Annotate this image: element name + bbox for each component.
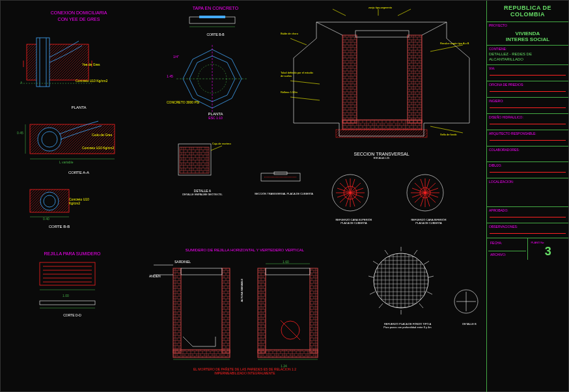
svg-rect-82 (173, 350, 230, 357)
label-detalle-b: DETALLE B (450, 322, 489, 326)
dim-045: 0.45 (17, 131, 23, 135)
detalle-b-drawing (450, 287, 486, 320)
svg-rect-83 (181, 268, 222, 275)
svg-rect-37 (408, 35, 422, 123)
label-concreto-psi: CONCRETO 3000 PSI (167, 100, 199, 104)
label-ref-sup-sub: PLACA DE CUBIERTA (323, 221, 385, 225)
tb-loc-label: LOCALIZACION: (487, 178, 568, 184)
svg-line-99 (428, 276, 434, 277)
svg-rect-23 (199, 16, 225, 18)
dim-lvar: L variable (59, 160, 74, 164)
svg-line-98 (424, 261, 429, 264)
drawing-sheet: CONEXION DOMICILIARIA CON YEE DE GRES Ye… (0, 0, 569, 392)
svg-line-105 (370, 292, 375, 294)
tb-arq-line (490, 140, 566, 141)
detail-conexion-domiciliaria: CONEXION DOMICILIARIA CON YEE DE GRES Ye… (14, 10, 144, 109)
tb-republic-1: REPUBLICA DE (488, 5, 567, 11)
refuerzo-fondo-drawing (362, 245, 447, 320)
tb-dibujo-line (490, 172, 566, 173)
label-talud: Talud definido por el estudio de suelos (281, 71, 313, 77)
rejilla-drawing (23, 256, 115, 295)
svg-point-95 (374, 253, 428, 308)
tb-obs-label: OBSERVACIONES: (487, 223, 568, 229)
tb-plano-label: PLANO No: (529, 240, 568, 245)
tb-ingiero-label: INGIERO: (487, 98, 568, 104)
tb-project: VIVIENDA INTERES SOCIAL (487, 28, 568, 45)
conexion-planta-drawing (14, 25, 131, 109)
label-corte-aa: CORTE A-A (14, 171, 144, 175)
sumidero-drawing (144, 252, 339, 363)
label-tapa-corte: CORTE B-B (163, 33, 268, 36)
svg-rect-86 (258, 350, 318, 357)
svg-rect-7 (36, 38, 49, 87)
seccion-trans-drawing (281, 6, 482, 152)
label-balde: Balde de choro (281, 32, 310, 35)
title-rejilla: REJILLA PARA SUMIDERO (23, 251, 121, 256)
rejilla-corte-drawing (23, 298, 115, 311)
dim-124: 1.24 (281, 364, 287, 368)
svg-line-32 (211, 146, 222, 150)
svg-line-102 (385, 250, 388, 255)
label-concreto: Concreto U10 Kg/cm2 (76, 79, 107, 83)
tb-ingiero-line (490, 107, 566, 108)
dim-160: 1.60 (283, 260, 289, 264)
titleblock: REPUBLICA DE COLOMBIA PROYECTO VIVIENDA … (486, 1, 568, 392)
detail-refuerzo-sup: REFUERZO CARA SUPERIOR PLACA DE CUBIERTA (323, 170, 385, 225)
svg-line-100 (427, 292, 432, 294)
svg-line-106 (379, 303, 383, 308)
svg-rect-81 (222, 268, 230, 353)
label-anden: ANDEN (149, 274, 161, 278)
svg-rect-30 (180, 147, 209, 173)
svg-rect-38 (342, 120, 422, 130)
svg-rect-78 (40, 301, 95, 305)
svg-line-104 (368, 276, 374, 277)
label-sardinel: SARDINEL (174, 260, 191, 264)
label-rejilla-corte: CORTE D-D (23, 313, 121, 317)
tb-plano-num: 3 (529, 245, 568, 259)
tb-archivo-label: ARCHIVO: (488, 251, 526, 257)
svg-point-14 (38, 128, 61, 151)
dim-bb: 0.40 (43, 217, 49, 221)
tb-diseno-label: DISEÑO HIDRAULICO: (487, 114, 568, 120)
tb-fecha-label: FECHA: (488, 240, 526, 245)
tb-contiene-label: CONTIENE: (487, 46, 568, 51)
detail-seccion-placa: SECCION TRANSVERSAL PLACA DE CUBIERTA (251, 167, 316, 195)
label-zanja: zanja tipo-segmento (368, 6, 392, 9)
detail-corte-aa: Codo de Gres Concreto U10 Kg/cm2 0.45 L … (14, 115, 144, 175)
tb-oficina-label: OFICINA DE PREDIOS: (487, 81, 568, 87)
dim-145: 1.45 (167, 74, 173, 78)
tb-proyecto-label: PROYECTO (487, 22, 568, 28)
label-seccion-esc: ESCALA 1:25 (281, 156, 482, 160)
subtitle-conexion: CON YEE DE GRES (14, 17, 144, 21)
tb-contiene-1: DETALLEZ - REDES DE (487, 51, 568, 57)
detail-corte-bb: Concreto U10 Kg/cm2 0.40 CORTE B-B (20, 183, 98, 229)
tb-republic-2: COLOMBIA (488, 11, 567, 18)
label-concreto-aa: Concreto U10 Kg/cm2 (82, 146, 114, 150)
label-yee: Yee de Gres (82, 63, 100, 66)
tb-project-2: INTERES SOCIAL (488, 36, 567, 42)
tb-contiene-2: ALCANTARILLADO (487, 57, 568, 62)
svg-line-101 (419, 303, 423, 308)
tb-arq-label: ARQUITECTO RESPONSABLE: (487, 130, 568, 136)
tb-diseno-line (490, 124, 566, 124)
label-seccion-placa: SECCION TRANSVERSAL PLACA DE CUBIERTA (251, 192, 316, 195)
tb-aprob-line (490, 217, 566, 217)
svg-line-49 (398, 9, 411, 16)
detail-a: Caja de mortero DETALLE A DETALLE EMPALM… (160, 134, 245, 196)
label-recalce: Recalce según tipo A o B (440, 42, 476, 45)
detail-b: DETALLE B (450, 287, 489, 326)
svg-line-47 (430, 126, 463, 133)
label-corte-bb: CORTE B-B (20, 225, 98, 229)
label-caja: Caja de mortero (212, 142, 231, 145)
svg-line-43 (290, 38, 307, 45)
tb-obs-line (490, 233, 566, 234)
sec-marker-a: A (20, 81, 22, 85)
seccion-placa-drawing (251, 167, 310, 189)
label-tapa-esc: ESC 1:10 (163, 116, 268, 120)
tb-colab-label: COLABORADORES: (487, 147, 568, 152)
detail-tapa-concreto: TAPA EN CONCRETO CORTE B-B 1/4" 1.45 CON… (163, 6, 268, 120)
dim-quarter: 1/4" (173, 55, 179, 59)
svg-line-103 (373, 261, 378, 264)
label-ref-fondo-sub: Para pozos con profundidad entre 0 y 4m (362, 326, 453, 329)
svg-rect-85 (310, 268, 318, 353)
